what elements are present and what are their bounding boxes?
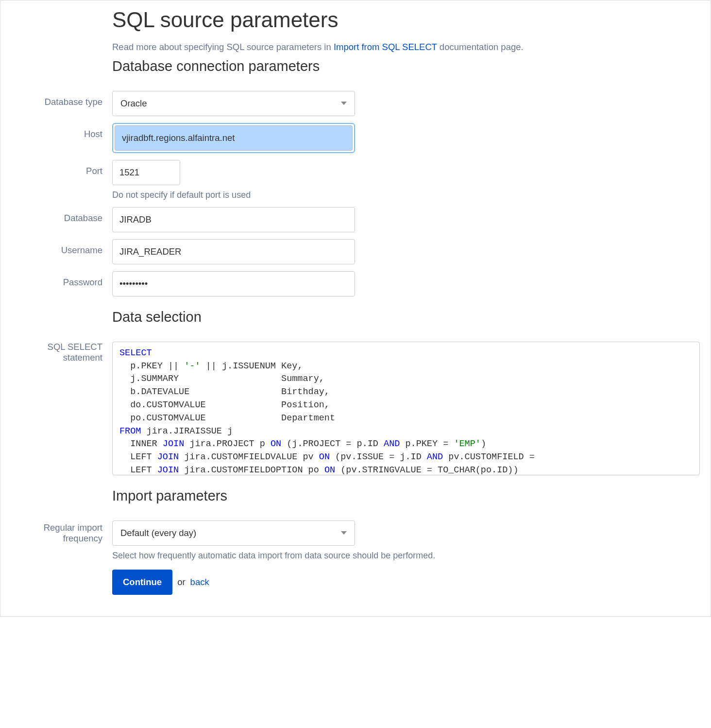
sql-text: jira.CUSTOMFIELDOPTION po [179,465,324,475]
sql-text: jira.CUSTOMFIELDVALUE pv [179,452,319,462]
chevron-down-icon [341,531,347,535]
password-input[interactable] [112,271,355,296]
chevron-down-icon [341,102,347,105]
label-host: Host [15,123,112,139]
sql-kw: ON [324,465,335,475]
page-title: SQL source parameters [112,7,696,33]
sql-text: || j.ISSUENUM Key, [201,361,303,371]
back-link[interactable]: back [190,577,209,588]
sql-kw: FROM [119,426,141,436]
sql-kw: SELECT [119,348,152,358]
import-frequency-hint: Select how frequently automatic data imp… [112,551,696,561]
sql-kw: JOIN [157,465,179,475]
section-db-connection: Database connection parameters [112,58,696,74]
label-username: Username [15,239,112,256]
sql-text: (pv.ISSUE = j.ID [330,452,427,462]
host-focus-ring [112,123,355,153]
doc-link[interactable]: Import from SQL SELECT [334,42,437,52]
sql-text: (j.PROJECT = p.ID [281,439,384,449]
sql-text: jira.JIRAISSUE j [141,426,233,436]
sql-text: b.DATEVALUE Birthday, [119,387,330,397]
sql-text: LEFT [119,465,157,475]
sql-editor[interactable]: SELECT p.PKEY || '-' || j.ISSUENUM Key, … [112,342,700,475]
sql-kw: JOIN [157,452,179,462]
sql-kw: ON [271,439,281,449]
sql-kw: JOIN [163,439,184,449]
port-hint: Do not specify if default port is used [112,190,696,200]
sql-kw: AND [384,439,400,449]
label-database: Database [15,207,112,224]
database-input[interactable] [112,207,355,232]
sql-kw: AND [427,452,443,462]
sql-text: jira.PROJECT p [184,439,271,449]
sql-text: po.CUSTOMVALUE Department [119,413,335,423]
sql-str: '-' [184,361,200,371]
label-password: Password [15,271,112,288]
port-input[interactable] [112,160,180,185]
intro-prefix: Read more about specifying SQL source pa… [112,42,334,52]
database-type-select[interactable]: Oracle [112,91,355,116]
sql-text: INNER [119,439,163,449]
sql-text: (pv.STRINGVALUE = TO_CHAR(po.ID)) [335,465,518,475]
label-port: Port [15,160,112,176]
import-frequency-value: Default (every day) [120,528,196,538]
continue-button[interactable]: Continue [112,570,172,595]
intro-text: Read more about specifying SQL source pa… [112,42,696,52]
label-database-type: Database type [15,91,112,107]
sql-text: LEFT [119,452,157,462]
sql-text: pv.CUSTOMFIELD = [443,452,540,462]
or-text: or [177,577,185,588]
label-sql-select: SQL SELECT statement [15,342,112,363]
sql-kw: ON [319,452,330,462]
host-input[interactable] [115,125,353,151]
sql-text: p.PKEY = [400,439,454,449]
sql-str: 'EMP' [454,439,481,449]
sql-text: ) [481,439,486,449]
sql-source-parameters-form: SQL source parameters Read more about sp… [0,0,711,617]
label-import-frequency: Regular import frequency [15,520,112,544]
sql-text: p.PKEY || [119,361,184,371]
sql-text: do.CUSTOMVALUE Position, [119,400,330,410]
database-type-value: Oracle [120,98,147,109]
intro-suffix: documentation page. [437,42,524,52]
sql-text: j.SUMMARY Summary, [119,374,324,384]
username-input[interactable] [112,239,355,264]
section-import-parameters: Import parameters [112,488,696,504]
section-data-selection: Data selection [112,309,696,325]
import-frequency-select[interactable]: Default (every day) [112,520,355,546]
